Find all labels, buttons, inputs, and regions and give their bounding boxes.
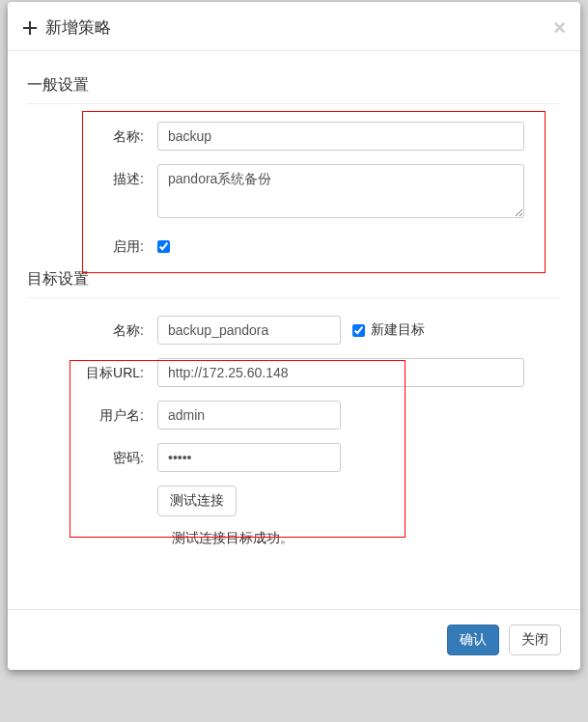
close-button[interactable]: 关闭 — [509, 625, 561, 655]
row-test: 测试连接 — [27, 486, 561, 516]
label-target-name: 名称: — [27, 316, 157, 340]
label-name: 名称: — [27, 122, 157, 146]
row-description: 描述: pandora系统备份 — [27, 164, 561, 218]
modal-title: 新增策略 — [45, 16, 111, 39]
target-name-input[interactable] — [157, 316, 341, 345]
row-target-url: 目标URL: — [27, 358, 561, 387]
name-input[interactable] — [157, 122, 524, 151]
password-input[interactable] — [157, 443, 341, 472]
label-description: 描述: — [27, 164, 157, 188]
section-target-heading: 目标设置 — [27, 269, 561, 290]
row-password: 密码: — [27, 443, 561, 472]
description-textarea[interactable]: pandora系统备份 — [157, 164, 524, 218]
modal-footer: 确认 关闭 — [8, 609, 580, 670]
label-new-target: 新建目标 — [371, 321, 425, 339]
label-password: 密码: — [27, 443, 157, 467]
divider — [27, 297, 561, 298]
label-enable: 启用: — [27, 232, 157, 256]
status-message: 测试连接目标成功。 — [172, 530, 561, 547]
row-target-name: 名称: 新建目标 — [27, 316, 561, 345]
modal-header: 新增策略 × — [8, 2, 580, 51]
section-general-heading: 一般设置 — [27, 75, 561, 96]
username-input[interactable] — [157, 401, 341, 430]
label-username: 用户名: — [27, 401, 157, 425]
modal-body: 一般设置 名称: 描述: pandora系统备份 启用: 目标设置 名称: — [8, 51, 580, 557]
plus-icon — [22, 20, 38, 36]
row-enable: 启用: — [27, 232, 561, 256]
enable-checkbox[interactable] — [157, 240, 170, 253]
label-target-url: 目标URL: — [27, 358, 157, 382]
confirm-button[interactable]: 确认 — [447, 625, 499, 655]
test-connection-button[interactable]: 测试连接 — [157, 486, 237, 516]
target-url-input[interactable] — [157, 358, 524, 387]
row-username: 用户名: — [27, 401, 561, 430]
divider — [27, 103, 561, 104]
modal-dialog: 新增策略 × 一般设置 名称: 描述: pandora系统备份 启用: 目标设置 — [8, 2, 580, 670]
row-name: 名称: — [27, 122, 561, 151]
close-icon[interactable]: × — [553, 17, 566, 39]
new-target-checkbox[interactable] — [352, 324, 365, 337]
